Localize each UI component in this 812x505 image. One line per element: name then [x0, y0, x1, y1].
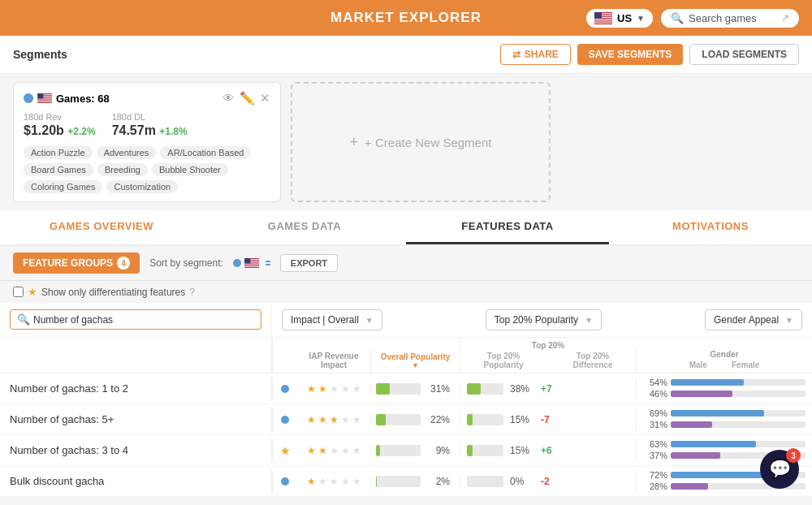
tab-games-data[interactable]: GAMES DATA	[203, 210, 406, 244]
iap-star: ★	[307, 476, 316, 487]
differentiating-filter[interactable]: ★ Show only differentiating features ?	[13, 286, 195, 298]
share-icon: ⇄	[512, 49, 520, 60]
row-dot	[281, 477, 289, 486]
iap-star: ★	[352, 383, 361, 395]
header-title: MARKET EXPLORER	[330, 10, 482, 26]
segment-tag[interactable]: Action Puzzle	[24, 146, 93, 159]
country-label: US	[617, 12, 632, 24]
feature-groups-button[interactable]: FEATURE GROUPS 4	[13, 252, 140, 274]
gender-dropdown[interactable]: Gender Appeal ▼	[705, 309, 802, 330]
export-button[interactable]: EXPORT	[280, 254, 338, 272]
male-bar	[671, 472, 768, 478]
chat-icon: 💬	[769, 459, 791, 480]
iap-star: ★	[341, 445, 350, 456]
table-body: Number of gachas: 1 to 2 ★★★★★ 31% 38% +…	[0, 373, 812, 497]
table-row[interactable]: Number of gachas: 3 to 4 ★ ★★★★★ 9% 15% …	[0, 435, 812, 466]
male-pct: 69%	[643, 408, 667, 418]
star-filter-icon: ★	[28, 286, 37, 298]
iap-star: ★	[318, 414, 327, 425]
main-content: 🔍 Impact | Overall ▼ Top 20% Popularity …	[0, 303, 812, 497]
plus-icon: +	[350, 134, 359, 151]
male-pct: 72%	[643, 470, 667, 480]
top20-cell: 15% +6	[460, 445, 636, 456]
table-row[interactable]: Number of gachas: 1 to 2 ★★★★★ 31% 38% +…	[0, 373, 812, 404]
iap-star: ★	[307, 414, 316, 425]
top20-cell: 15% -7	[460, 414, 636, 425]
female-bar	[671, 421, 712, 428]
close-icon[interactable]: ✕	[260, 91, 270, 106]
th-gender-section: Gender Male Female	[636, 347, 812, 373]
table-row[interactable]: Number of gachas: 5+ ★★★★★ 22% 15% -7	[0, 404, 812, 435]
female-bar	[671, 391, 732, 397]
feature-name: Bulk discount gacha	[0, 468, 272, 494]
diff-checkbox[interactable]	[13, 287, 24, 297]
segment-tag[interactable]: Adventures	[97, 146, 157, 159]
pop-bar-container	[376, 383, 421, 395]
feature-search-input[interactable]	[33, 314, 254, 326]
feature-search-box[interactable]: 🔍	[10, 309, 261, 330]
country-selector[interactable]: US ▼	[586, 9, 653, 28]
svg-rect-23	[244, 258, 250, 263]
top20-cell: 38% +7	[460, 383, 636, 395]
pop-bar	[376, 476, 377, 487]
row-dot	[281, 385, 289, 393]
iap-star: ★	[352, 414, 361, 425]
top20-pct: 38%	[510, 383, 534, 395]
table-header: IAP Revenue Impact Overall Popularity ▼ …	[0, 338, 812, 373]
tab-motivations[interactable]: MOTIVATIONS	[609, 210, 812, 244]
iap-star: ★	[341, 383, 350, 395]
edit-icon[interactable]: ✏️	[240, 91, 255, 106]
segment-tag[interactable]: Bubble Shooter	[152, 163, 228, 176]
popularity-cell: 31%	[370, 383, 460, 395]
svg-rect-4	[594, 19, 612, 19]
male-bar-container	[671, 441, 806, 447]
segment-tag[interactable]: Breeding	[97, 163, 148, 176]
svg-rect-22	[244, 266, 259, 267]
create-segment-card[interactable]: + + Create New Segment	[291, 82, 551, 202]
impact-dropdown[interactable]: Impact | Overall ▼	[282, 309, 382, 330]
chat-bubble[interactable]: 💬 3	[760, 450, 799, 489]
header-search-input[interactable]	[689, 12, 776, 24]
female-bar	[671, 452, 720, 459]
top20-dropdown[interactable]: Top 20% Popularity ▼	[486, 309, 602, 330]
load-segments-button[interactable]: LOAD SEGMENTS	[689, 44, 799, 65]
header-search-box[interactable]: 🔍 ↗	[661, 9, 799, 28]
segment-tag[interactable]: Board Games	[24, 163, 93, 176]
eye-icon[interactable]: 👁	[222, 91, 235, 106]
male-bar-container	[671, 410, 806, 417]
th-name	[0, 338, 272, 373]
segments-title: Segments	[13, 48, 67, 61]
segments-actions: ⇄ SHARE SAVE SEGMENTS LOAD SEGMENTS	[500, 44, 799, 65]
chat-badge: 3	[786, 448, 801, 463]
create-segment-text: + + Create New Segment	[350, 134, 492, 151]
pop-pct: 9%	[425, 445, 450, 456]
male-bar	[671, 379, 744, 386]
segment-tag[interactable]: Coloring Games	[24, 180, 102, 193]
segment-card-icons: 👁 ✏️ ✕	[222, 91, 270, 106]
save-segments-button[interactable]: SAVE SEGMENTS	[577, 44, 683, 65]
male-bar-container	[671, 379, 806, 386]
segment-tag[interactable]: AR/Location Based	[160, 146, 251, 159]
tab-games-overview[interactable]: GAMES OVERVIEW	[0, 210, 203, 244]
tab-features-data[interactable]: FEATURES DATA	[406, 210, 609, 244]
gender-cell: 69% 31%	[636, 408, 812, 431]
sort-segment-selector[interactable]	[233, 258, 270, 268]
sort-label: Sort by segment:	[149, 257, 223, 269]
pop-bar	[376, 414, 386, 425]
share-button[interactable]: ⇄ SHARE	[500, 44, 571, 65]
country-chevron-icon: ▼	[637, 14, 645, 23]
row-indicator	[273, 477, 297, 486]
pop-bar-container	[376, 414, 421, 425]
table-row[interactable]: Bulk discount gacha ★★★★★ 2% 0% -2	[0, 466, 812, 497]
top20-pct: 0%	[510, 476, 534, 487]
gender-bars: 69% 31%	[643, 408, 806, 431]
gender-chevron-icon: ▼	[785, 316, 793, 325]
iap-star: ★	[318, 383, 327, 395]
dl-value: 74.57m +1.8%	[112, 123, 188, 138]
segment-tag[interactable]: Customization	[106, 180, 178, 193]
right-dropdowns: Impact | Overall ▼ Top 20% Popularity ▼ …	[272, 303, 812, 337]
female-pct: 37%	[643, 451, 667, 460]
th-iap: IAP Revenue Impact	[297, 348, 370, 373]
th-popularity: Overall Popularity ▼	[370, 349, 460, 373]
header-right: US ▼ 🔍 ↗	[586, 9, 799, 28]
